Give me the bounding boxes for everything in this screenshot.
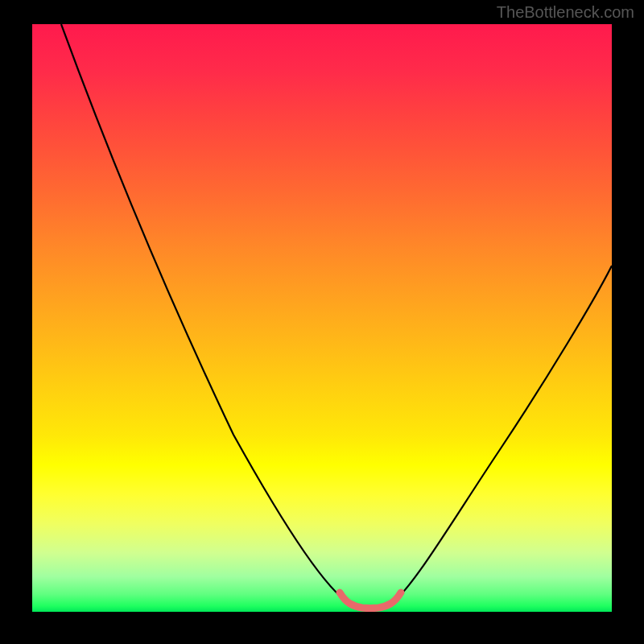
chart-svg: [32, 24, 612, 612]
optimal-zone-marker: [340, 592, 401, 609]
watermark-text: TheBottleneck.com: [497, 3, 634, 22]
chart-plot-area: [32, 24, 612, 612]
bottleneck-curve-line: [61, 24, 612, 608]
